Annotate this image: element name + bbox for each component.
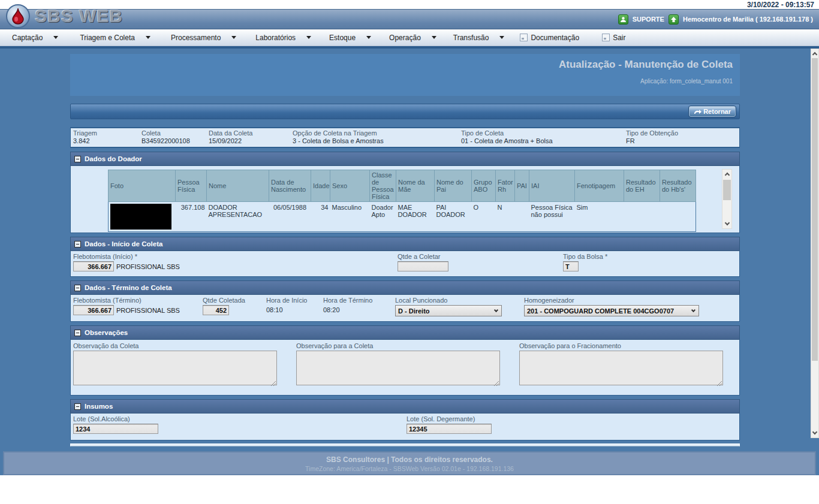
menu-item-triagem-e-coleta[interactable]: Triagem e Coleta	[80, 34, 150, 42]
field-observacao-coleta: Observação da Coleta	[73, 342, 277, 388]
scroll-down-icon[interactable]	[811, 428, 818, 437]
scroll-thumb[interactable]	[812, 58, 818, 361]
window-icon	[602, 34, 610, 41]
donor-table-panel: Foto Pessoa Física Nome Data de Nascimen…	[70, 166, 740, 233]
menu-item-processamento[interactable]: Processamento	[171, 34, 236, 42]
scroll-up-icon[interactable]	[722, 170, 731, 179]
section-header-termino-coleta[interactable]: Dados - Término de Coleta	[70, 280, 740, 295]
lote-alcoolica-input[interactable]	[73, 424, 158, 434]
field-observacao-fracionamento: Observação para o Fracionamento	[519, 342, 723, 388]
datetime-label: 3/10/2022 - 09:13:57	[747, 1, 814, 9]
menu-item-laboratorios[interactable]: Laboratórios	[255, 34, 311, 42]
donor-table: Foto Pessoa Física Nome Data de Nascimen…	[108, 170, 696, 232]
section-header-insumos[interactable]: Insumos	[70, 399, 740, 414]
scroll-down-icon[interactable]	[722, 219, 731, 228]
chevron-down-icon	[499, 36, 504, 39]
hora-termino-value: 08:20	[323, 306, 395, 313]
field-tipo-da-bolsa: Tipo da Bolsa *	[563, 253, 739, 271]
field-lote-alcoolica: Lote (Sol.Alcoólica)	[73, 415, 407, 434]
window-icon	[520, 34, 528, 41]
donor-photo	[110, 204, 171, 230]
app-header: SBS WEB SUPORTE Hemocentro de Marilia ( …	[0, 9, 819, 29]
summary-field-tipo-obtencao: Tipo de ObtençãoFR	[626, 129, 737, 144]
footer-version: TimeZone: America/Fortaleza - SBSWeb Ver…	[4, 465, 815, 472]
logo-text: SBS WEB	[35, 6, 123, 26]
donor-table-row[interactable]: 367.108 DOADOR APRESENTACAO 06/05/1988 3…	[109, 202, 696, 232]
chevron-down-icon	[146, 36, 150, 39]
collapse-icon[interactable]	[74, 156, 81, 162]
field-lote-degermante: Lote (Sol. Degermante)	[407, 415, 739, 434]
main-area: Atualização - Manutenção de Coleta Aplic…	[0, 49, 819, 475]
main-menu: Captação Triagem e Coleta Processamento …	[0, 29, 819, 46]
blood-drop-icon	[6, 4, 30, 28]
termino-coleta-panel: Flebotomista (Término) PROFISSIONAL SBS …	[70, 295, 740, 322]
user-icon[interactable]	[618, 14, 628, 25]
site-label: Hemocentro de Marilia ( 192.168.191.178 …	[683, 16, 813, 23]
chevron-down-icon	[432, 36, 436, 39]
observacoes-panel: Observação da Coleta Observação para a C…	[70, 340, 740, 396]
section-header-dados-doador[interactable]: Dados do Doador	[70, 152, 740, 166]
hora-inicio-value: 08:10	[266, 306, 323, 313]
return-arrow-icon	[694, 108, 701, 114]
inicio-coleta-panel: Flebotomista (Início) * PROFISSIONAL SBS…	[70, 251, 740, 277]
observacao-fracionamento-textarea[interactable]	[519, 351, 723, 385]
footer-copyright: SBS Consultores | Todos os direitos rese…	[4, 455, 815, 464]
homogeneizador-select[interactable]: 201 - COMPOGUARD COMPLETE 004CGO0707	[524, 305, 699, 316]
collapse-icon[interactable]	[74, 403, 81, 410]
menu-item-documentacao[interactable]: Documentação	[520, 34, 579, 42]
menu-item-captacao[interactable]: Captação	[12, 34, 58, 42]
qtde-coletada-input[interactable]	[203, 305, 229, 315]
flebotomista-inicio-input[interactable]	[73, 261, 114, 271]
page-subtitle: Aplicação: form_coleta_manut 001	[70, 78, 733, 84]
collapse-icon[interactable]	[74, 241, 81, 248]
field-qtde-coletada: Qtde Coletada	[203, 297, 266, 316]
chevron-down-icon	[231, 36, 236, 39]
summary-field-coleta: ColetaB345922000108	[141, 129, 209, 144]
menu-item-operacao[interactable]: Operação	[389, 34, 436, 42]
scroll-up-icon[interactable]	[811, 49, 818, 58]
qtde-a-coletar-input[interactable]	[398, 261, 448, 271]
scroll-thumb[interactable]	[723, 180, 731, 200]
chevron-down-icon	[494, 308, 498, 312]
summary-field-tipo-coleta: Tipo de Coleta01 - Coleta de Amostra + B…	[461, 129, 626, 144]
field-hora-termino: Hora de Término 08:20	[323, 297, 395, 316]
collapse-icon[interactable]	[74, 330, 81, 336]
summary-field-opcao-coleta: Opção de Coleta na Triagem3 - Coleta de …	[293, 129, 461, 144]
flebotomista-termino-input[interactable]	[73, 305, 114, 315]
menu-item-sair[interactable]: Sair	[602, 34, 625, 42]
collapse-icon[interactable]	[74, 285, 81, 291]
chevron-down-icon	[366, 36, 371, 39]
observacao-coleta-textarea[interactable]	[73, 351, 277, 385]
chevron-down-icon	[306, 36, 311, 39]
toolbar: Retornar	[70, 104, 740, 119]
field-local-puncionado: Local Puncionado D - Direito	[395, 297, 524, 316]
section-header-inicio-coleta[interactable]: Dados - Início de Coleta	[70, 237, 740, 251]
page-scrollbar[interactable]	[811, 49, 819, 438]
field-homogeneizador: Homogeneizador 201 - COMPOGUARD COMPLETE…	[524, 297, 739, 316]
field-flebotomista-termino: Flebotomista (Término) PROFISSIONAL SBS	[73, 297, 203, 316]
chevron-down-icon	[691, 308, 695, 312]
page-title: Atualização - Manutenção de Coleta	[70, 59, 733, 71]
user-label: SUPORTE	[633, 16, 664, 23]
field-qtde-a-coletar: Qtde a Coletar	[398, 253, 563, 271]
tipo-da-bolsa-input[interactable]	[563, 261, 579, 271]
chevron-down-icon	[53, 36, 58, 39]
section-header-observacoes[interactable]: Observações	[70, 325, 740, 340]
field-hora-inicio: Hora de Início 08:10	[266, 297, 323, 316]
local-puncionado-select[interactable]: D - Direito	[395, 305, 502, 316]
flebotomista-termino-name: PROFISSIONAL SBS	[116, 307, 180, 314]
page-title-panel: Atualização - Manutenção de Coleta Aplic…	[70, 54, 740, 96]
insumos-panel: Lote (Sol.Alcoólica) Lote (Sol. Degerman…	[70, 414, 740, 440]
donor-table-scrollbar[interactable]	[722, 169, 732, 229]
menu-item-transfusao[interactable]: Transfusão	[453, 34, 505, 42]
collapsed-section-edge	[70, 443, 740, 446]
lote-degermante-input[interactable]	[407, 424, 492, 434]
donor-table-header-row: Foto Pessoa Física Nome Data de Nascimen…	[109, 170, 696, 202]
observacao-para-coleta-textarea[interactable]	[296, 351, 500, 385]
field-flebotomista-inicio: Flebotomista (Início) * PROFISSIONAL SBS	[73, 253, 398, 271]
footer: SBS Consultores | Todos os direitos rese…	[3, 451, 816, 475]
flebotomista-inicio-name: PROFISSIONAL SBS	[116, 263, 180, 270]
menu-item-estoque[interactable]: Estoque	[329, 34, 371, 42]
site-up-icon[interactable]	[669, 14, 679, 25]
return-button[interactable]: Retornar	[688, 105, 736, 117]
